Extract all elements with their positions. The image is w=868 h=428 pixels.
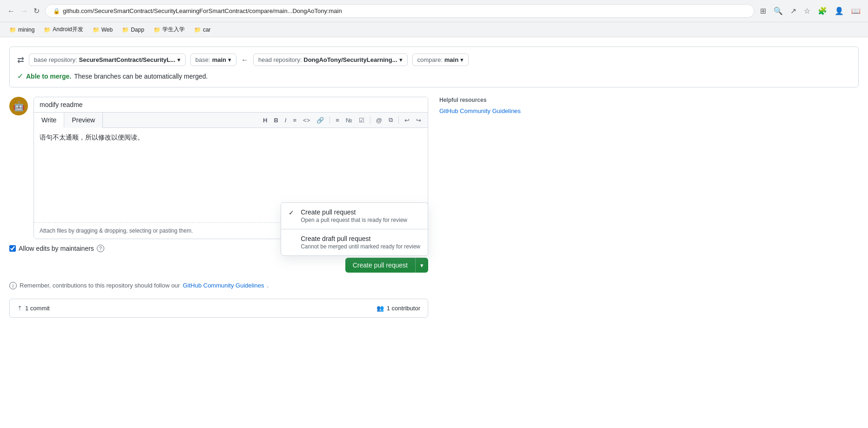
bookmark-dapp[interactable]: 📁 Dapp <box>118 25 148 34</box>
merge-desc: These branches can be automatically merg… <box>74 73 208 80</box>
folder-icon: 📁 <box>194 27 201 33</box>
dropdown-item-desc: Open a pull request that is ready for re… <box>301 217 420 223</box>
numbered-list-icon[interactable]: № <box>343 115 355 126</box>
contributor-info: 👥 1 contributor <box>377 305 420 312</box>
notice-row: i Remember, contributions to this reposi… <box>9 282 428 289</box>
bookmark-student[interactable]: 📁 学生入学 <box>150 24 188 35</box>
base-branch-label: base: <box>195 56 210 63</box>
forward-button[interactable]: → <box>19 5 30 17</box>
heading-icon[interactable]: H <box>260 115 270 126</box>
share-button[interactable]: ↗ <box>788 5 798 17</box>
browser-actions: ⊞ 🔍 ↗ ☆ 🧩 👤 📖 <box>758 5 862 17</box>
bold-icon[interactable]: B <box>271 115 281 126</box>
bookmark-label: Android开发 <box>53 26 83 33</box>
sidebar-title: Helpful resources <box>439 97 542 103</box>
empty-check <box>289 235 296 243</box>
chevron-down-icon: ▾ <box>460 56 464 63</box>
head-repo-label: head repository: <box>258 56 302 63</box>
task-list-icon[interactable]: ☑ <box>356 115 367 126</box>
quote-icon[interactable]: ≡ <box>290 115 299 126</box>
folder-icon: 📁 <box>9 27 16 33</box>
bookmark-label: mining <box>18 27 34 33</box>
compare-icon: ⇄ <box>17 55 24 65</box>
folder-icon: 📁 <box>122 27 129 33</box>
translate-button[interactable]: ⊞ <box>758 5 768 17</box>
compare-bar: ⇄ base repository: SecureSmartContract/S… <box>9 47 859 87</box>
commit-count: 1 commit <box>25 305 50 312</box>
bookmarks-bar: 📁 mining 📁 Android开发 📁 Web 📁 Dapp 📁 学生入学… <box>0 22 868 37</box>
base-branch-value: main <box>212 56 226 63</box>
dropdown-item-content: Create pull request Open a pull request … <box>301 208 420 223</box>
link-icon[interactable]: 🔗 <box>314 115 327 126</box>
left-arrow-icon: ← <box>241 56 249 64</box>
editor-tabs: Write Preview <box>34 113 103 127</box>
bookmark-mining[interactable]: 📁 mining <box>6 25 38 34</box>
create-pull-request-button[interactable]: Create pull request <box>345 258 415 273</box>
compare-row: ⇄ base repository: SecureSmartContract/S… <box>17 54 851 66</box>
undo-icon[interactable]: ↩ <box>402 115 412 126</box>
create-pr-dropdown-button[interactable]: ▾ <box>415 258 428 273</box>
bookmark-android[interactable]: 📁 Android开发 <box>40 24 87 35</box>
folder-icon: 📁 <box>44 27 51 33</box>
community-guidelines-link[interactable]: GitHub Community Guidelines <box>183 282 264 289</box>
form-footer: Allow edits by maintainers ? ✓ Create pu… <box>9 239 428 278</box>
main-area: 🤖 Write Preview <box>9 97 859 318</box>
browser-chrome: ← → ↻ 🔒 github.com/SecureSmartContract/S… <box>0 0 868 22</box>
redo-icon[interactable]: ↪ <box>413 115 424 126</box>
head-repo-value: DongAoTony/SecurityLearning... <box>303 56 397 63</box>
bookmark-label: car <box>203 27 211 33</box>
head-repo-select[interactable]: head repository: DongAoTony/SecurityLear… <box>253 54 408 66</box>
bookmark-label: 学生入学 <box>162 26 185 33</box>
reader-button[interactable]: 📖 <box>849 5 862 17</box>
bookmark-star-button[interactable]: ☆ <box>802 5 812 17</box>
bookmark-car[interactable]: 📁 car <box>190 25 215 34</box>
merge-able-text: Able to merge. <box>26 73 71 80</box>
code-icon[interactable]: <> <box>300 115 313 126</box>
contributor-count: 1 contributor <box>387 305 420 312</box>
base-branch-select[interactable]: base: main ▾ <box>190 54 236 66</box>
base-repo-value: SecureSmartContract/SecurityL... <box>79 56 175 63</box>
bottom-bar: ⇡ 1 commit 👥 1 contributor <box>9 299 428 318</box>
commit-icon: ⇡ <box>17 305 22 312</box>
dropdown-item-title: Create draft pull request <box>301 235 420 242</box>
toolbar-icons: H B I ≡ <> 🔗 ≡ № ☑ @ ⧉ <box>256 114 428 126</box>
browser-nav: ← → ↻ <box>6 5 41 17</box>
preview-tab-label: Preview <box>72 116 95 124</box>
italic-icon[interactable]: I <box>282 115 289 126</box>
reload-button[interactable]: ↻ <box>32 5 41 17</box>
dropdown-menu: ✓ Create pull request Open a pull reques… <box>281 202 428 256</box>
dropdown-item-content: Create draft pull request Cannot be merg… <box>301 235 420 250</box>
tab-write[interactable]: Write <box>34 113 64 128</box>
dropdown-item-create-pr[interactable]: ✓ Create pull request Open a pull reques… <box>281 203 428 229</box>
zoom-button[interactable]: 🔍 <box>772 5 785 17</box>
maintainer-edits-checkbox[interactable] <box>9 245 16 252</box>
pr-title-input[interactable] <box>34 97 428 113</box>
bullet-list-icon[interactable]: ≡ <box>333 115 342 126</box>
address-bar[interactable]: 🔒 github.com/SecureSmartContract/Securit… <box>45 4 754 18</box>
toolbar-separator <box>370 116 370 124</box>
editor-toolbar: Write Preview H B I ≡ <> 🔗 <box>34 113 428 128</box>
bookmark-web[interactable]: 📁 Web <box>89 25 116 34</box>
lock-icon: 🔒 <box>53 8 60 14</box>
check-icon: ✓ <box>289 209 296 216</box>
commit-info: ⇡ 1 commit <box>17 305 50 312</box>
base-repo-select[interactable]: base repository: SecureSmartContract/Sec… <box>29 54 186 66</box>
toolbar-separator <box>330 116 330 124</box>
extensions-button[interactable]: 🧩 <box>816 5 829 17</box>
help-icon[interactable]: ? <box>97 245 104 252</box>
tab-preview[interactable]: Preview <box>64 113 103 128</box>
compare-branch-select[interactable]: compare: main ▾ <box>412 54 469 66</box>
avatar: 🤖 <box>9 97 28 115</box>
community-guidelines-sidebar-link[interactable]: GitHub Community Guidelines <box>439 107 521 114</box>
button-group: ✓ Create pull request Open a pull reques… <box>9 258 428 273</box>
back-button[interactable]: ← <box>6 5 17 17</box>
dropdown-item-draft-pr[interactable]: Create draft pull request Cannot be merg… <box>281 229 428 255</box>
ref-icon[interactable]: ⧉ <box>386 114 396 126</box>
compare-branch-value: main <box>444 56 458 63</box>
page-content: ⇄ base repository: SecureSmartContract/S… <box>0 37 868 428</box>
mention-icon[interactable]: @ <box>373 115 385 126</box>
attach-text: Attach files by dragging & dropping, sel… <box>40 227 193 234</box>
profile-button[interactable]: 👤 <box>833 5 846 17</box>
sidebar: Helpful resources GitHub Community Guide… <box>439 97 542 318</box>
chevron-down-icon: ▾ <box>228 56 231 63</box>
